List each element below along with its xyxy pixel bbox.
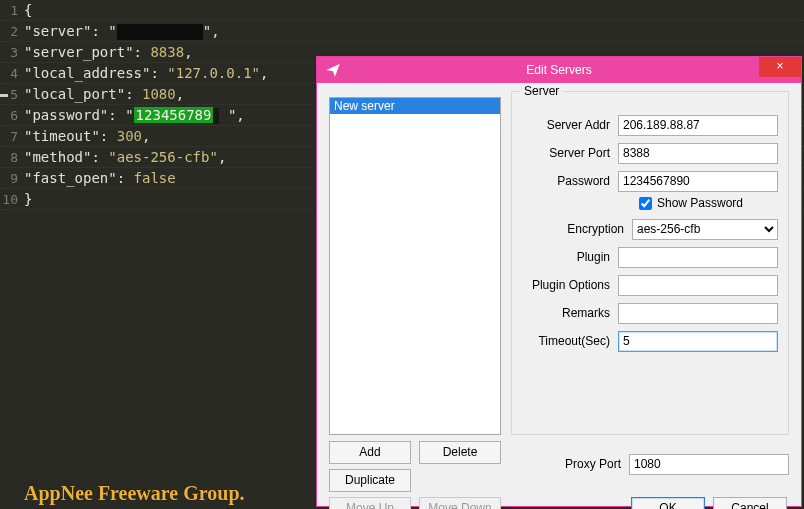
encryption-label: Encryption <box>512 222 632 236</box>
proxy-port-input[interactable] <box>629 454 789 475</box>
remarks-input[interactable] <box>618 303 778 324</box>
plugin-options-input[interactable] <box>618 275 778 296</box>
code-content[interactable]: "local_address": "127.0.0.1", <box>24 65 268 81</box>
code-line[interactable]: 1{ <box>0 0 804 21</box>
ok-button[interactable]: OK <box>631 497 705 509</box>
remarks-label: Remarks <box>512 306 618 320</box>
timeout-label: Timeout(Sec) <box>512 334 618 348</box>
code-content[interactable]: "password": "123456789 ", <box>24 107 245 124</box>
code-content[interactable]: } <box>24 191 32 207</box>
show-password-checkbox[interactable] <box>639 197 652 210</box>
code-content[interactable]: "local_port": 1080, <box>24 86 184 102</box>
cancel-button[interactable]: Cancel <box>713 497 787 509</box>
gutter-number: 6 <box>0 108 24 123</box>
duplicate-button[interactable]: Duplicate <box>329 469 411 492</box>
server-port-input[interactable] <box>618 143 778 164</box>
code-content[interactable]: "fast_open": false <box>24 170 176 186</box>
show-password-label: Show Password <box>657 196 743 210</box>
password-label: Password <box>512 174 618 188</box>
code-content[interactable]: "server_port": 8838, <box>24 44 193 60</box>
show-password-row[interactable]: Show Password <box>639 196 743 210</box>
group-legend: Server <box>520 84 563 98</box>
gutter-number: 8 <box>0 150 24 165</box>
gutter-number: 4 <box>0 66 24 81</box>
proxy-port-label: Proxy Port <box>557 457 629 471</box>
dialog-body: New server Server Server Addr Server Por… <box>317 83 801 506</box>
gutter-number: 7 <box>0 129 24 144</box>
plugin-label: Plugin <box>512 250 618 264</box>
server-group: Server Server Addr Server Port Password … <box>511 91 789 435</box>
delete-button[interactable]: Delete <box>419 441 501 464</box>
code-content[interactable]: "timeout": 300, <box>24 128 150 144</box>
password-input[interactable] <box>618 171 778 192</box>
move-up-button[interactable]: Move Up <box>329 497 411 509</box>
watermark-text: AppNee Freeware Group. <box>24 482 245 505</box>
change-marker <box>0 94 8 97</box>
dialog-title: Edit Servers <box>317 63 801 77</box>
timeout-input[interactable] <box>618 331 778 352</box>
close-icon: × <box>776 59 783 73</box>
plugin-input[interactable] <box>618 247 778 268</box>
edit-servers-dialog: Edit Servers × New server Server Server … <box>316 56 802 507</box>
code-content[interactable]: "server": " ", <box>24 23 220 40</box>
server-addr-label: Server Addr <box>512 118 618 132</box>
plugin-options-label: Plugin Options <box>512 278 618 292</box>
encryption-select[interactable]: aes-256-cfb <box>632 219 778 240</box>
code-line[interactable]: 2"server": " ", <box>0 21 804 42</box>
code-content[interactable]: "method": "aes-256-cfb", <box>24 149 226 165</box>
move-down-button[interactable]: Move Down <box>419 497 501 509</box>
gutter-number: 10 <box>0 192 24 207</box>
list-item[interactable]: New server <box>330 98 500 114</box>
gutter-number: 3 <box>0 45 24 60</box>
gutter-number: 9 <box>0 171 24 186</box>
server-list[interactable]: New server <box>329 97 501 435</box>
paper-plane-icon <box>325 62 341 78</box>
add-button[interactable]: Add <box>329 441 411 464</box>
code-content[interactable]: { <box>24 2 32 18</box>
gutter-number: 2 <box>0 24 24 39</box>
close-button[interactable]: × <box>759 57 801 77</box>
server-addr-input[interactable] <box>618 115 778 136</box>
server-port-label: Server Port <box>512 146 618 160</box>
gutter-number: 1 <box>0 3 24 18</box>
titlebar[interactable]: Edit Servers × <box>317 57 801 83</box>
